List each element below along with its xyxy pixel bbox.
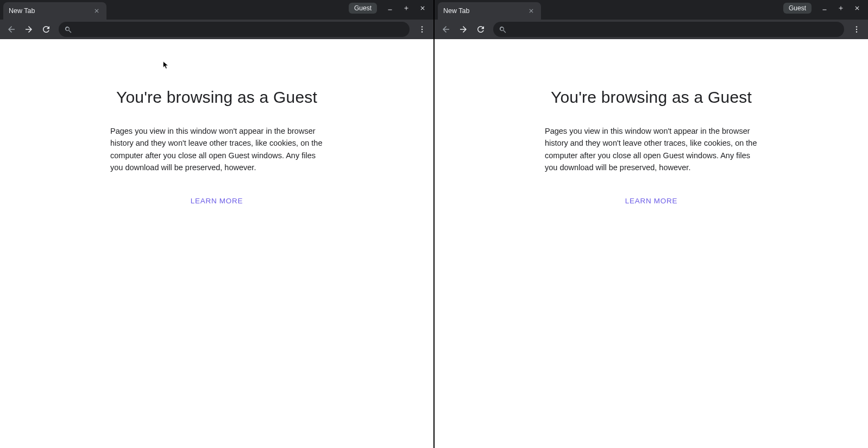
guest-heading: You're browsing as a Guest [551, 88, 752, 107]
maximize-button[interactable] [399, 2, 414, 14]
guest-badge[interactable]: Guest [783, 3, 812, 14]
svg-point-0 [422, 26, 423, 27]
close-tab-icon[interactable] [527, 7, 536, 15]
guest-body-text: Pages you view in this window won't appe… [545, 125, 758, 174]
close-window-button[interactable] [850, 2, 865, 14]
titlebar: New Tab Guest [435, 0, 868, 20]
svg-point-4 [856, 29, 857, 30]
window-controls: Guest [783, 2, 865, 14]
svg-point-2 [422, 31, 423, 32]
guest-badge[interactable]: Guest [349, 3, 377, 14]
reload-button[interactable] [473, 21, 489, 38]
search-icon [499, 26, 507, 34]
maximize-button[interactable] [833, 2, 848, 14]
kebab-menu-button[interactable] [848, 21, 865, 38]
svg-point-5 [856, 31, 857, 32]
guest-heading: You're browsing as a Guest [116, 88, 317, 107]
learn-more-link[interactable]: LEARN MORE [625, 197, 677, 205]
minimize-button[interactable] [817, 2, 832, 14]
new-tab-button-slot[interactable] [110, 3, 125, 18]
back-button[interactable] [438, 21, 454, 38]
svg-point-1 [422, 29, 423, 30]
forward-button[interactable] [21, 21, 37, 38]
close-tab-icon[interactable] [92, 7, 101, 15]
browser-window-right: New Tab Guest [433, 0, 868, 448]
browser-window-left: New Tab Guest [0, 0, 433, 448]
tab-title: New Tab [443, 7, 527, 15]
page-content: You're browsing as a Guest Pages you vie… [0, 39, 433, 448]
tab-new-tab[interactable]: New Tab [438, 2, 541, 20]
minimize-button[interactable] [382, 2, 398, 14]
tab-new-tab[interactable]: New Tab [3, 2, 106, 20]
learn-more-link[interactable]: LEARN MORE [191, 197, 243, 205]
titlebar: New Tab Guest [0, 0, 433, 20]
cursor-icon [162, 60, 170, 70]
search-icon [64, 26, 72, 34]
toolbar [0, 20, 433, 39]
page-content: You're browsing as a Guest Pages you vie… [435, 39, 868, 448]
forward-button[interactable] [455, 21, 471, 38]
reload-button[interactable] [38, 21, 54, 38]
new-tab-button-slot[interactable] [544, 3, 559, 18]
kebab-menu-button[interactable] [414, 21, 430, 38]
address-bar[interactable] [493, 22, 844, 37]
tab-title: New Tab [9, 7, 92, 15]
window-controls: Guest [349, 2, 430, 14]
back-button[interactable] [3, 21, 20, 38]
toolbar [435, 20, 868, 39]
close-window-button[interactable] [415, 2, 430, 14]
guest-body-text: Pages you view in this window won't appe… [110, 125, 323, 174]
svg-point-3 [856, 26, 857, 27]
address-bar[interactable] [59, 22, 410, 37]
